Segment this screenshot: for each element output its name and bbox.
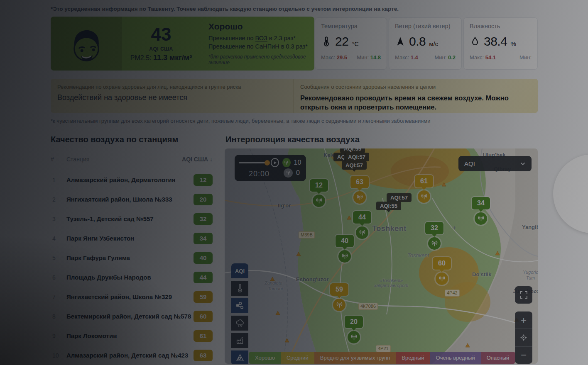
aqi-tooltip: AQI:57 — [387, 193, 412, 202]
sensor-marker[interactable]: 44 — [353, 211, 371, 239]
map-district-label: Tumani — [268, 286, 283, 291]
marker-aqi-value: 59 — [330, 283, 348, 296]
col-aqi-label: AQI США — [182, 156, 208, 163]
station-name: Парк Янги Узбекистон — [66, 235, 194, 242]
risk-group-body: Воздействий на здоровье не имеется — [57, 93, 287, 102]
who-prefix: Превышение по — [208, 35, 255, 41]
sensors-offline-count: 0 — [296, 169, 305, 177]
wind-value: 0.8 — [409, 34, 426, 49]
locate-button[interactable] — [515, 329, 532, 346]
station-aqi-badge: 40 — [194, 252, 213, 264]
wind-title: Ветер (тихий ветер) — [395, 23, 456, 29]
temperature-card: Температура 22 °C Макс: 29.5 Мин: 14.8 — [315, 17, 387, 70]
station-row-6[interactable]: 6 Площадь Дружбы Народов 44 — [51, 268, 213, 287]
aqi-status: Хорошо — [208, 22, 308, 32]
station-name: Янгихаетский район, Школа №329 — [66, 293, 194, 300]
sanpin-link[interactable]: СаНПиН — [255, 43, 279, 50]
road-label: 4Р42 — [445, 290, 460, 297]
wind-max: 1.4 — [411, 54, 418, 61]
min-label: Мин: — [434, 54, 446, 61]
fullscreen-button[interactable] — [515, 286, 532, 304]
station-name: Парк Гафура Гуляма — [66, 254, 194, 261]
station-row-7[interactable]: 7 Янгихаетский район, Школа №329 59 — [51, 287, 213, 307]
pm25-number: 11.3 мкг/м³ — [153, 54, 192, 62]
station-aqi-badge: 61 — [194, 330, 213, 342]
pm25-value: PM2.5: 11.3 мкг/м³ — [130, 54, 192, 62]
sensitive-groups-note: *к чувствительным группам для всех катег… — [51, 118, 528, 124]
sensors-offline-icon — [284, 168, 293, 178]
wind-card: Ветер (тихий ветер) 0.8 м/с Макс: 1.4 Ми… — [389, 17, 462, 70]
station-name: Алмазарский район, Детский сад №423 — [66, 352, 194, 359]
sensor-marker[interactable]: 20 — [345, 316, 363, 343]
col-aqi-sort[interactable]: AQI США ↓ — [182, 156, 213, 163]
aqi-scale-label: AQI США — [149, 46, 173, 52]
sensor-marker[interactable]: 40 — [336, 235, 354, 263]
layer-button-precipitation[interactable] — [231, 316, 248, 331]
station-row-5[interactable]: 5 Парк Гафура Гуляма 40 — [51, 248, 213, 268]
station-row-2[interactable]: 2 Янгихаятский район, Школа №333 20 — [51, 190, 213, 209]
thermometer-icon — [321, 36, 332, 47]
station-row-9[interactable]: 9 Парк Локомотив 61 — [51, 326, 213, 346]
station-row-8[interactable]: 8 Бектемирский район, Детский сад №578 6… — [51, 307, 213, 326]
risk-group-header: Рекомендации по охране здоровья для лиц,… — [57, 84, 287, 90]
sensor-antenna-icon — [475, 212, 487, 225]
station-aqi-badge: 60 — [194, 311, 213, 322]
time-slider-knob[interactable] — [265, 160, 270, 165]
station-row-10[interactable]: 10 Алмазарский район, Детский сад №423 6… — [51, 346, 213, 365]
legend-moderate: Средний — [281, 352, 314, 364]
droplet-icon — [470, 36, 480, 47]
sensor-marker[interactable]: 12 — [310, 179, 328, 207]
zoom-out-button[interactable]: − — [515, 347, 532, 364]
map-place-label: Ilg'or — [278, 202, 291, 209]
max-label: Макс: — [470, 54, 484, 61]
sensor-marker[interactable]: 63 — [350, 176, 369, 204]
map-place-label: Do'stlik — [472, 271, 491, 277]
temperature-max: 29.5 — [337, 54, 347, 61]
sensor-antenna-icon — [333, 299, 345, 311]
sensor-marker[interactable]: 32 — [425, 222, 443, 250]
sensor-antenna-icon — [338, 250, 351, 263]
time-value: 20:00 — [249, 170, 270, 178]
zoom-in-button[interactable]: + — [515, 311, 532, 329]
sensor-marker[interactable]: 61 — [415, 175, 433, 203]
who-link[interactable]: ВОЗ — [255, 35, 267, 42]
layer-button-wind[interactable] — [231, 298, 248, 313]
sensor-marker[interactable]: 59 — [330, 283, 348, 311]
road-label: M39B — [299, 231, 315, 238]
road-label: 4Р21 — [376, 345, 391, 352]
wind-direction-icon — [395, 36, 406, 47]
interpolation-map[interactable]: ✈ Keles Ilg'or Toshkent Toshkent Zangiot… — [225, 148, 538, 364]
who-suffix: в 2.3 раз* — [267, 35, 296, 41]
sensor-marker[interactable]: 34 — [472, 197, 490, 225]
layer-button-fire-risk[interactable] — [231, 350, 248, 364]
max-label: Макс: — [395, 54, 409, 61]
station-number: 1 — [51, 177, 66, 183]
humidity-max: 54.1 — [485, 54, 496, 61]
layer-button-temperature[interactable] — [231, 281, 248, 296]
layer-button-aqi[interactable]: AQI — [231, 263, 248, 278]
layer-dropdown-value: AQI — [464, 160, 475, 167]
layer-dropdown[interactable]: AQI — [458, 156, 532, 171]
station-name: Площадь Дружбы Народов — [66, 274, 194, 281]
marker-aqi-value: 32 — [425, 222, 443, 234]
sensor-antenna-icon — [353, 191, 366, 204]
sensor-marker[interactable]: 60 — [433, 257, 451, 285]
station-aqi-badge: 63 — [194, 350, 213, 361]
svg-text:✈: ✈ — [452, 225, 457, 231]
aqi-tooltip: AQI:55 — [376, 202, 401, 210]
max-label: Макс: — [321, 54, 335, 61]
map-layer-toolbar: AQI — [231, 263, 248, 364]
station-row-4[interactable]: 4 Парк Янги Узбекистон 34 — [51, 229, 213, 248]
station-number: 5 — [51, 255, 66, 261]
stations-table-header: # Станция AQI США ↓ — [51, 156, 213, 163]
layer-button-industry[interactable] — [231, 333, 248, 348]
station-aqi-badge: 59 — [194, 291, 213, 303]
station-row-3[interactable]: 3 Тузель-1, Детский сад №557 32 — [51, 209, 213, 229]
station-name: Парк Локомотив — [66, 332, 194, 339]
play-button[interactable] — [271, 158, 279, 167]
time-slider[interactable] — [239, 162, 267, 163]
interpolation-section-title: Интерполяция качества воздуха — [225, 135, 360, 144]
station-number: 7 — [51, 294, 66, 300]
station-row-1[interactable]: 1 Алмазарский район, Дерматология 12 — [51, 170, 213, 190]
humidity-card: Влажность 38.4 % Макс: 54.1 Мин: — [463, 17, 538, 70]
